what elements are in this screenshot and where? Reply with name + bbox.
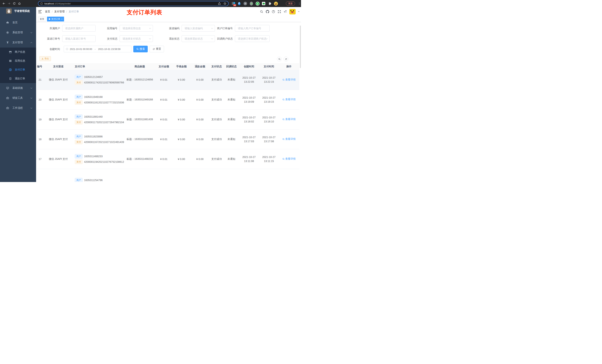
magnifier-icon bbox=[282, 138, 285, 140]
filter-input[interactable] bbox=[62, 25, 96, 32]
navbar-actions bbox=[260, 7, 300, 16]
monitor-icon bbox=[6, 87, 9, 90]
view-detail-link[interactable]: 查看详情 bbox=[282, 78, 296, 81]
filter-label: 回调商户状态 bbox=[215, 35, 235, 42]
tab-close-icon[interactable]: × bbox=[61, 18, 62, 20]
bookmark-star-icon[interactable] bbox=[224, 2, 226, 5]
search-button[interactable]: 搜索 bbox=[133, 46, 148, 52]
filter-input[interactable] bbox=[62, 35, 96, 42]
filter-select[interactable] bbox=[235, 35, 269, 42]
forward-icon[interactable] bbox=[7, 2, 11, 5]
breadcrumb-pay[interactable]: 支付管理 bbox=[54, 10, 64, 13]
breadcrumb-home[interactable]: 首页 bbox=[45, 10, 50, 13]
sidebar-item-系统管理[interactable]: 系统管理 bbox=[0, 28, 36, 38]
filter-row-2: 渠道订单号支付状态退款状态回调商户状态 bbox=[37, 35, 300, 46]
extension-command-icon[interactable]: ⌘ bbox=[243, 1, 247, 6]
sidebar-item-首页[interactable]: 首页 bbox=[0, 18, 36, 28]
sidebar-item-label: 应用信息 bbox=[15, 59, 25, 62]
input-商户订单编号 bbox=[235, 25, 269, 32]
shop-icon bbox=[9, 51, 12, 53]
sidebar-item-支付订单[interactable]: 支付订单 bbox=[0, 65, 36, 74]
extension-dot-icon[interactable] bbox=[249, 1, 253, 6]
refresh-button[interactable] bbox=[284, 57, 288, 62]
notify-status: 未通知 bbox=[224, 110, 239, 129]
table-row: 18微信 JSAPI 支付商户1635311823086支付4200001167… bbox=[37, 129, 299, 149]
profile-avatar-icon[interactable] bbox=[274, 1, 278, 6]
extension-chat-icon[interactable] bbox=[262, 1, 266, 6]
sidebar-item-label: 退款订单 bbox=[15, 77, 25, 80]
view-detail-link[interactable]: 查看详情 bbox=[282, 118, 296, 121]
view-detail-link[interactable]: 查看详情 bbox=[282, 98, 296, 101]
share-icon[interactable] bbox=[218, 2, 221, 5]
github-icon[interactable] bbox=[266, 10, 269, 13]
sidebar-item-label: 研发工具 bbox=[12, 96, 23, 100]
refund-amount: ¥ 0.00 bbox=[191, 110, 209, 129]
view-detail-link[interactable]: 查看详情 bbox=[282, 157, 296, 161]
sidebar-item-退款订单[interactable]: 退款订单 bbox=[0, 74, 36, 83]
extensions-puzzle-icon[interactable] bbox=[268, 1, 272, 6]
filter-input[interactable] bbox=[235, 25, 269, 32]
browser-extensions: 10 ⌘ y bbox=[231, 0, 278, 7]
browser-nav bbox=[0, 2, 23, 5]
sidebar-item-应用信息[interactable]: 应用信息 bbox=[0, 56, 36, 65]
filter-select[interactable] bbox=[182, 25, 215, 32]
sidebar-item-工作流程[interactable]: 工作流程 bbox=[0, 103, 36, 113]
font-size-icon[interactable] bbox=[283, 10, 287, 13]
extension-yudao-icon[interactable]: y bbox=[256, 1, 259, 6]
filter-group-退款状态: 退款状态 bbox=[153, 35, 215, 42]
filter-select[interactable] bbox=[119, 35, 153, 42]
sidebar-item-label: 商户信息 bbox=[15, 50, 25, 54]
pay-order-cell: 商户1635311823086支付42000011672021102710224… bbox=[72, 129, 124, 149]
reload-icon[interactable] bbox=[13, 2, 16, 5]
browser-menu-icon[interactable]: ⋮ bbox=[298, 0, 301, 7]
sidebar-toggle-icon[interactable] bbox=[38, 10, 42, 13]
breadcrumb: 首页 / 支付管理 / 支付订单 bbox=[45, 10, 79, 13]
pay-order-cell: 商户1635311468233支付42000011942021102767521… bbox=[72, 149, 124, 169]
sidebar-item-基础设施[interactable]: 基础设施 bbox=[0, 83, 36, 93]
view-detail-link[interactable]: 查看详情 bbox=[282, 137, 296, 141]
scrollbar-thumb[interactable] bbox=[300, 26, 301, 68]
sidebar-item-商户信息[interactable]: 商户信息 bbox=[0, 48, 36, 56]
pay-order-cell: 商户1635311881440支付42000011732021102728479… bbox=[72, 110, 124, 129]
reset-button[interactable]: 重置 bbox=[150, 46, 164, 52]
browser-update-button[interactable]: 更新 bbox=[286, 1, 295, 6]
select-应用编号 bbox=[119, 25, 153, 32]
toggle-search-button[interactable] bbox=[277, 57, 282, 62]
pay-amount: ¥ 0.01 bbox=[155, 90, 172, 110]
avatar-caret-icon[interactable] bbox=[298, 11, 300, 13]
create-time: 2021-10-2713:18:02 bbox=[239, 110, 259, 129]
dashboard-icon bbox=[6, 21, 9, 24]
product-title: 标题：1635311881439 bbox=[124, 110, 155, 129]
filter-select[interactable] bbox=[182, 35, 215, 42]
export-button[interactable]: 导出 bbox=[39, 56, 51, 61]
extension-balloon-icon[interactable] bbox=[237, 1, 241, 6]
url-bar[interactable]: localhost:1024/pay/order bbox=[38, 1, 229, 6]
chevron-up-icon bbox=[31, 42, 32, 44]
merchant-tag: 商户 bbox=[75, 154, 83, 158]
sidebar-item-支付管理[interactable]: ¥支付管理 bbox=[0, 38, 36, 48]
merchant-tag: 商户 bbox=[75, 75, 83, 79]
tab-pay-order[interactable]: 支付订单 × bbox=[47, 17, 64, 21]
table-header-row: 编号支付渠道支付订单商品标题支付金额手续金额退款金额支付状态回调状态创建时间支付… bbox=[37, 63, 299, 70]
home-icon[interactable] bbox=[18, 2, 21, 5]
pay-channel: 微信 JSAPI 支付 bbox=[44, 90, 72, 110]
user-avatar[interactable] bbox=[289, 9, 296, 14]
channel-pay-no: 4200001174202110278060590766 bbox=[84, 81, 124, 84]
search-icon[interactable] bbox=[260, 10, 263, 13]
fullscreen-icon[interactable] bbox=[278, 10, 281, 13]
action-cell: 查看详情 bbox=[279, 149, 299, 169]
app-logo[interactable]: 芋道管理系统 bbox=[0, 7, 36, 15]
filter-label: 应用编号 bbox=[96, 25, 119, 32]
table-toolbar: 导出 bbox=[37, 56, 300, 63]
help-icon[interactable] bbox=[272, 10, 275, 13]
date-range-input[interactable]: 2021-10-01 00:00:00 - 2021-10-31 23:59:5… bbox=[64, 46, 131, 52]
extension-tiles-icon[interactable]: 10 bbox=[231, 1, 235, 6]
create-time: 2021-10-2713:19:09 bbox=[239, 90, 259, 110]
notify-status: 未通知 bbox=[224, 149, 239, 169]
magnifier-icon bbox=[282, 118, 285, 121]
sidebar-item-研发工具[interactable]: 研发工具 bbox=[0, 93, 36, 103]
site-info-icon[interactable] bbox=[40, 2, 43, 5]
filter-select[interactable] bbox=[119, 25, 153, 32]
tab-home[interactable]: 首页 bbox=[38, 17, 46, 21]
back-icon[interactable] bbox=[2, 2, 6, 5]
